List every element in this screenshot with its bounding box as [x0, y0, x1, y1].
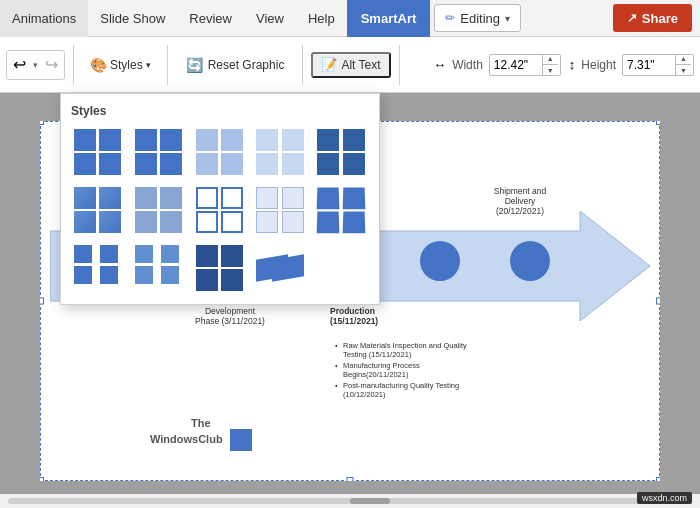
handle-mr[interactable] — [656, 297, 660, 304]
redo-button[interactable]: ↪ — [41, 53, 62, 76]
style-item-13[interactable] — [193, 242, 248, 294]
editing-button[interactable]: ✏ Editing ▾ — [434, 4, 521, 32]
height-label: Height — [581, 58, 616, 72]
sep3 — [302, 45, 303, 85]
style-item-1[interactable] — [71, 126, 126, 178]
alttext-icon: 📝 — [321, 57, 337, 72]
share-label: Share — [642, 11, 678, 26]
style-item-9[interactable] — [253, 184, 308, 236]
style-item-5[interactable] — [314, 126, 369, 178]
style-item-14[interactable] — [253, 242, 308, 294]
styles-group: 🎨 Styles ▾ — [82, 52, 159, 78]
handle-tr[interactable] — [656, 121, 660, 125]
watermark-text: TheWindowsClub — [150, 417, 223, 445]
height-group: ↕ Height ▲ ▼ — [569, 54, 694, 76]
label-shipment: Shipment and Delivery (20/12/2021) — [470, 186, 570, 216]
menu-animations[interactable]: Animations — [0, 0, 88, 37]
styles-panel-title: Styles — [71, 104, 369, 118]
handle-ml[interactable] — [40, 297, 44, 304]
reset-label: Reset Graphic — [208, 58, 285, 72]
style-item-7[interactable] — [132, 184, 187, 236]
editing-label: Editing — [460, 11, 500, 26]
width-label: Width — [452, 58, 483, 72]
style-item-11[interactable] — [71, 242, 126, 294]
height-icon: ↕ — [569, 57, 576, 72]
chevron-down-icon: ▾ — [505, 13, 510, 24]
width-down[interactable]: ▼ — [543, 65, 558, 76]
styles-chevron-icon: ▾ — [146, 60, 151, 70]
watermark: TheWindowsClub — [150, 417, 252, 451]
undo-redo-group: ↩ ▾ ↪ — [6, 50, 65, 80]
scroll-track[interactable] — [8, 498, 692, 504]
height-down[interactable]: ▼ — [676, 65, 691, 76]
reset-graphic-button[interactable]: 🔄 Reset Graphic — [176, 52, 295, 78]
bullet-3: Post-manufacturing Quality Testing (10/1… — [335, 381, 475, 399]
width-input-group: ▲ ▼ — [489, 54, 561, 76]
menu-slideshow[interactable]: Slide Show — [88, 0, 177, 37]
undo-button[interactable]: ↩ — [9, 53, 30, 76]
pencil-icon: ✏ — [445, 11, 455, 25]
sep1 — [73, 45, 74, 85]
bullet-2: Manufacturing Process Begins(20/11/2021) — [335, 361, 475, 379]
wsxdn-badge: wsxdn.com — [637, 492, 692, 504]
ribbon-bar: ↩ ▾ ↪ 🎨 Styles ▾ 🔄 Reset Graphic 📝 Alt T… — [0, 37, 700, 93]
height-up[interactable]: ▲ — [676, 54, 691, 66]
sep4 — [399, 45, 400, 85]
handle-br[interactable] — [656, 477, 660, 481]
alttext-label: Alt Text — [341, 58, 380, 72]
width-group: ↔ Width ▲ ▼ — [433, 54, 561, 76]
bottom-scrollbar — [0, 494, 700, 508]
height-input[interactable] — [623, 56, 675, 74]
menu-bar: Animations Slide Show Review View Help S… — [0, 0, 700, 37]
menu-review[interactable]: Review — [177, 0, 244, 37]
style-item-15[interactable] — [314, 242, 369, 294]
undo-chevron[interactable]: ▾ — [31, 58, 40, 72]
alt-text-button[interactable]: 📝 Alt Text — [311, 52, 390, 78]
width-up[interactable]: ▲ — [543, 54, 558, 66]
size-controls: ↔ Width ▲ ▼ ↕ Height ▲ ▼ — [433, 54, 694, 76]
style-item-4[interactable] — [253, 126, 308, 178]
watermark-logo — [230, 429, 252, 451]
handle-bl[interactable] — [40, 477, 44, 481]
menu-smartart[interactable]: SmartArt — [347, 0, 431, 37]
circle-3 — [510, 241, 550, 281]
styles-palette-icon: 🎨 — [90, 57, 107, 73]
circle-2 — [420, 241, 460, 281]
styles-panel: Styles — [60, 93, 380, 305]
menu-help[interactable]: Help — [296, 0, 347, 37]
height-input-group: ▲ ▼ — [622, 54, 694, 76]
scroll-thumb[interactable] — [350, 498, 390, 504]
styles-grid — [71, 126, 369, 294]
width-spinners: ▲ ▼ — [542, 54, 558, 76]
handle-bm[interactable] — [347, 477, 354, 481]
width-input[interactable] — [490, 56, 542, 74]
height-spinners: ▲ ▼ — [675, 54, 691, 76]
styles-button[interactable]: 🎨 Styles ▾ — [82, 52, 159, 78]
style-item-6[interactable] — [71, 184, 126, 236]
style-item-12[interactable] — [132, 242, 187, 294]
menu-view[interactable]: View — [244, 0, 296, 37]
style-item-3[interactable] — [193, 126, 248, 178]
handle-tl[interactable] — [40, 121, 44, 125]
bullet-1: Raw Materials Inspection and Quality Tes… — [335, 341, 475, 359]
bullet-list: Raw Materials Inspection and Quality Tes… — [335, 341, 475, 401]
share-button[interactable]: ↗ Share — [613, 4, 692, 32]
styles-label: Styles — [110, 58, 143, 72]
reset-icon: 🔄 — [186, 57, 203, 73]
style-item-10[interactable] — [314, 184, 369, 236]
sep2 — [167, 45, 168, 85]
style-item-8[interactable] — [193, 184, 248, 236]
style-item-2[interactable] — [132, 126, 187, 178]
width-icon: ↔ — [433, 57, 446, 72]
share-icon: ↗ — [627, 11, 637, 25]
